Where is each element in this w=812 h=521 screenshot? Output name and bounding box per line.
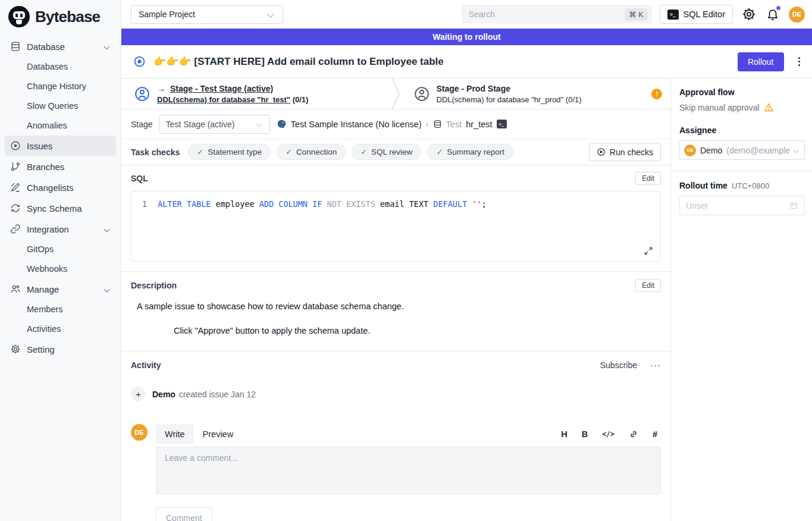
- activity-label: Activity: [131, 360, 161, 370]
- issue-open-icon: [133, 55, 146, 68]
- user-circle-icon: [134, 86, 150, 102]
- sql-editor-button[interactable]: >_ SQL Editor: [660, 5, 733, 24]
- sidebar-item-label: Database: [27, 42, 65, 52]
- instance-link[interactable]: Test Sample Instance (No license): [291, 120, 422, 129]
- changelist-icon: [10, 182, 21, 193]
- assignee-select[interactable]: DE Demo (demo@example: [679, 140, 805, 160]
- sidebar-item-branches[interactable]: Branches: [5, 156, 116, 177]
- approval-flow-title: Approval flow: [679, 87, 805, 97]
- line-number: 1: [139, 199, 147, 253]
- code-icon[interactable]: </>: [602, 430, 615, 438]
- chevron-down-icon: [104, 226, 110, 232]
- rollout-button[interactable]: Rollout: [738, 52, 784, 71]
- database-breadcrumb: Test Sample Instance (No license) › Test…: [277, 119, 507, 129]
- issue-icon: [10, 140, 21, 152]
- stage-card-prod[interactable]: Stage - Prod Stage DDL(schema) for datab…: [401, 79, 671, 109]
- user-avatar[interactable]: DE: [789, 7, 805, 23]
- sidebar-item-anomalies[interactable]: Anomalies: [5, 116, 116, 135]
- chevron-down-icon: [104, 286, 110, 292]
- chevron-down-icon: [256, 121, 262, 127]
- activity-more-icon[interactable]: ···: [650, 360, 661, 370]
- warning-triangle-icon: [764, 102, 774, 112]
- link-icon[interactable]: [629, 429, 638, 439]
- sidebar-item-integration[interactable]: Integration: [5, 219, 116, 239]
- sidebar-item-webhooks[interactable]: Webhooks: [5, 259, 116, 278]
- hash-icon[interactable]: #: [653, 429, 657, 439]
- comment-avatar: DE: [131, 424, 148, 441]
- sidebar-item-issues[interactable]: Issues: [5, 136, 116, 156]
- link-icon: [10, 224, 21, 235]
- sidebar-item-setting[interactable]: Setting: [5, 339, 116, 359]
- sidebar-nav: Database Databases Change History Slow Q…: [0, 32, 121, 363]
- bytebase-logo[interactable]: Bytebase: [0, 0, 121, 32]
- check-pill-statement-type[interactable]: ✓ Statement type: [188, 144, 271, 160]
- check-success-icon: ✓: [436, 147, 443, 156]
- stage-separator: [391, 79, 401, 109]
- comment-editor: DE Write Preview H B </>: [131, 424, 661, 521]
- branch-icon: [10, 161, 21, 172]
- users-icon: [10, 284, 21, 295]
- settings-gear-icon[interactable]: [741, 7, 757, 22]
- run-checks-button[interactable]: Run checks: [589, 143, 661, 161]
- subscribe-link[interactable]: Subscribe: [600, 360, 637, 370]
- expand-icon[interactable]: [644, 246, 653, 256]
- sql-label: SQL: [131, 174, 148, 183]
- stage-timeline: →Stage - Test Stage (active) DDL(schema)…: [121, 79, 670, 109]
- check-pill-summary-report[interactable]: ✓ Summary report: [427, 144, 513, 160]
- gear-icon: [10, 344, 21, 355]
- panel-divider: [672, 171, 812, 171]
- project-select[interactable]: Sample Project: [131, 5, 283, 24]
- bold-icon[interactable]: B: [582, 429, 588, 439]
- chevron-down-icon: [793, 147, 799, 153]
- assignee-name: Demo: [700, 146, 722, 155]
- assignee-avatar: DE: [684, 145, 696, 156]
- sidebar-item-gitops[interactable]: GitOps: [5, 240, 116, 259]
- sidebar-item-manage[interactable]: Manage: [5, 279, 116, 299]
- sidebar-item-change-history[interactable]: Change History: [5, 77, 116, 96]
- warning-badge: !: [651, 89, 662, 99]
- check-success-icon: ✓: [197, 147, 203, 156]
- stage-select[interactable]: Test Stage (active): [159, 115, 270, 134]
- stage-label: Stage: [131, 120, 153, 129]
- open-sql-editor-icon[interactable]: >_: [497, 120, 507, 128]
- check-success-icon: ✓: [360, 147, 367, 156]
- notification-bell-icon[interactable]: [765, 7, 780, 22]
- database-link[interactable]: hr_test: [466, 120, 492, 129]
- tab-preview[interactable]: Preview: [194, 424, 243, 444]
- assignee-email: (demo@example: [726, 146, 789, 155]
- stage-card-test[interactable]: →Stage - Test Stage (active) DDL(schema)…: [121, 79, 391, 109]
- sidebar-item-slow-queries[interactable]: Slow Queries: [5, 96, 116, 115]
- sql-edit-button[interactable]: Edit: [635, 172, 661, 185]
- check-pill-connection[interactable]: ✓ Connection: [277, 144, 346, 160]
- breadcrumb-separator: ›: [426, 119, 429, 129]
- rollout-time-input[interactable]: Unset: [679, 196, 805, 215]
- search-input[interactable]: [469, 10, 625, 19]
- plus-icon: +: [131, 387, 146, 401]
- stage-task: DDL(schema) for database "hr_test": [157, 95, 290, 104]
- rollout-time-value: Unset: [686, 201, 708, 211]
- comment-input[interactable]: [156, 447, 661, 494]
- sidebar-item-databases[interactable]: Databases: [5, 57, 116, 76]
- comment-button[interactable]: Comment: [156, 507, 212, 521]
- approval-flow-value: Skip manual approval: [679, 103, 760, 112]
- sidebar-item-sync-schema[interactable]: Sync Schema: [5, 198, 116, 218]
- description-line: A sample issue to showcase how to review…: [137, 302, 661, 311]
- stage-selector-row: Stage Test Stage (active) Test Sample In…: [121, 109, 670, 139]
- sidebar-item-database[interactable]: Database: [5, 36, 116, 57]
- tab-write[interactable]: Write: [156, 424, 194, 444]
- sidebar-item-members[interactable]: Members: [5, 300, 116, 319]
- sidebar-item-changelists[interactable]: Changelists: [5, 177, 116, 197]
- check-pill-sql-review[interactable]: ✓ SQL review: [352, 144, 421, 160]
- more-menu-icon[interactable]: [796, 55, 803, 69]
- description-edit-button[interactable]: Edit: [635, 279, 661, 292]
- sidebar-item-activities[interactable]: Activities: [5, 319, 116, 338]
- user-circle-icon: [414, 86, 429, 102]
- sql-code-block: 1 ALTER TABLE employee ADD COLUMN IF NOT…: [131, 191, 661, 262]
- sync-icon: [10, 203, 21, 214]
- heading-icon[interactable]: H: [561, 429, 567, 439]
- stage-select-value: Test Stage (active): [166, 120, 235, 129]
- status-banner: Waiting to rollout: [121, 29, 812, 45]
- play-circle-icon: [597, 147, 606, 156]
- search-box[interactable]: ⌘ K: [462, 5, 651, 23]
- sidebar: Bytebase Database Databases Change Histo…: [0, 0, 121, 521]
